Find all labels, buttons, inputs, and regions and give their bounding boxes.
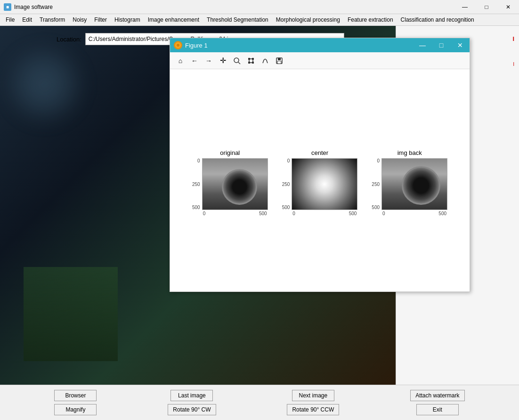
fig-forward-button[interactable]: → (202, 55, 215, 67)
fig-save-button[interactable] (273, 55, 286, 67)
subplot-original-x-axis: 0 500 (202, 211, 268, 216)
menu-feature-extraction[interactable]: Feature extraction (344, 15, 397, 24)
menu-image-enhancement[interactable]: Image enhancement (144, 15, 203, 24)
plot-area: original 0 250 500 0 (192, 149, 447, 216)
btn-group-3: Next image Rotate 90° CCW (287, 390, 339, 415)
svg-rect-15 (278, 61, 281, 63)
subplot-original-image (202, 158, 268, 210)
close-button[interactable]: ✕ (497, 0, 519, 14)
minimize-button[interactable]: — (454, 0, 476, 14)
magnify-button[interactable]: Magnify (54, 404, 97, 415)
figure-icon (174, 41, 182, 49)
subplot-center-y-axis: 0 250 500 (282, 158, 292, 210)
svg-point-1 (177, 44, 179, 47)
menu-edit[interactable]: Edit (18, 15, 36, 24)
app-icon: ■ (4, 3, 11, 11)
last-image-button[interactable]: Last image (170, 390, 213, 401)
svg-line-3 (238, 62, 240, 64)
figure-close-button[interactable]: ✕ (451, 38, 470, 52)
subplot-imgback: img back 0 250 500 0 (372, 149, 447, 216)
subplot-imgback-y-axis: 0 250 500 (372, 158, 381, 210)
svg-rect-7 (252, 62, 254, 64)
fig-zoom-button[interactable] (230, 55, 243, 67)
subplot-center-x-axis: 0 500 (292, 211, 357, 216)
rotate-ccw-button[interactable]: Rotate 90° CCW (287, 404, 339, 415)
svg-rect-6 (248, 62, 250, 64)
exit-button[interactable]: Exit (416, 404, 459, 415)
menu-classification-recognition[interactable]: Classification and recognition (397, 15, 478, 24)
menu-morphological-processing[interactable]: Morphological processing (272, 15, 344, 24)
fig-back-button[interactable]: ← (188, 55, 201, 67)
menu-transform[interactable]: Transform (36, 15, 69, 24)
main-content: l l Location: Figure 1 — □ ✕ ⌂ (0, 26, 519, 385)
title-bar-controls: — □ ✕ (454, 0, 519, 14)
figure-title: Figure 1 (185, 42, 208, 49)
app-title: Image software (14, 4, 53, 10)
maximize-button[interactable]: □ (476, 0, 497, 14)
attach-watermark-button[interactable]: Attach watermark (410, 390, 464, 401)
fig-config-button[interactable] (244, 55, 258, 67)
location-label: Location: (57, 36, 81, 43)
figure-title-bar: Figure 1 — □ ✕ (170, 38, 470, 52)
figure-minimize-button[interactable]: — (413, 38, 432, 52)
figure-maximize-button[interactable]: □ (432, 38, 451, 52)
figure-title-controls: — □ ✕ (413, 38, 470, 52)
subplot-original: original 0 250 500 0 (192, 149, 268, 216)
rotate-cw-button[interactable]: Rotate 90° CW (168, 404, 216, 415)
menu-filter[interactable]: Filter (90, 15, 111, 24)
menu-histogram[interactable]: Histogram (111, 15, 144, 24)
next-image-button[interactable]: Next image (292, 390, 334, 401)
svg-point-2 (234, 58, 239, 63)
figure-window: Figure 1 — □ ✕ ⌂ ← → ✛ (170, 38, 470, 292)
svg-rect-4 (248, 58, 250, 60)
title-bar: ■ Image software — □ ✕ (0, 0, 519, 14)
figure-content: original 0 250 500 0 (170, 69, 470, 291)
btn-group-4: Attach watermark Exit (410, 390, 464, 415)
subplot-original-y-axis: 0 250 500 (192, 158, 202, 210)
figure-toolbar: ⌂ ← → ✛ (170, 52, 470, 69)
menu-noisy[interactable]: Noisy (69, 15, 90, 24)
menu-bar: File Edit Transform Noisy Filter Histogr… (0, 14, 519, 26)
fig-home-button[interactable]: ⌂ (174, 55, 187, 67)
bottom-bar: Browser Magnify Last image Rotate 90° CW… (0, 385, 519, 420)
browser-button[interactable]: Browser (54, 390, 97, 401)
subplot-imgback-title: img back (397, 149, 422, 156)
subplot-original-title: original (220, 149, 240, 156)
btn-group-2: Last image Rotate 90° CW (168, 390, 216, 415)
subplot-center: center 0 250 500 0 (282, 149, 358, 216)
subplot-center-image (292, 158, 357, 210)
menu-file[interactable]: File (2, 15, 18, 24)
fig-edit-button[interactable] (259, 55, 272, 67)
menu-threshold-segmentation[interactable]: Threshold Segmentation (203, 15, 272, 24)
btn-group-1: Browser Magnify (54, 390, 97, 415)
svg-rect-5 (252, 58, 254, 60)
subplot-imgback-image (381, 158, 447, 210)
fig-pan-button[interactable]: ✛ (216, 55, 229, 67)
svg-rect-13 (278, 58, 281, 60)
subplot-center-title: center (311, 149, 328, 156)
subplot-imgback-x-axis: 0 500 (381, 211, 447, 216)
